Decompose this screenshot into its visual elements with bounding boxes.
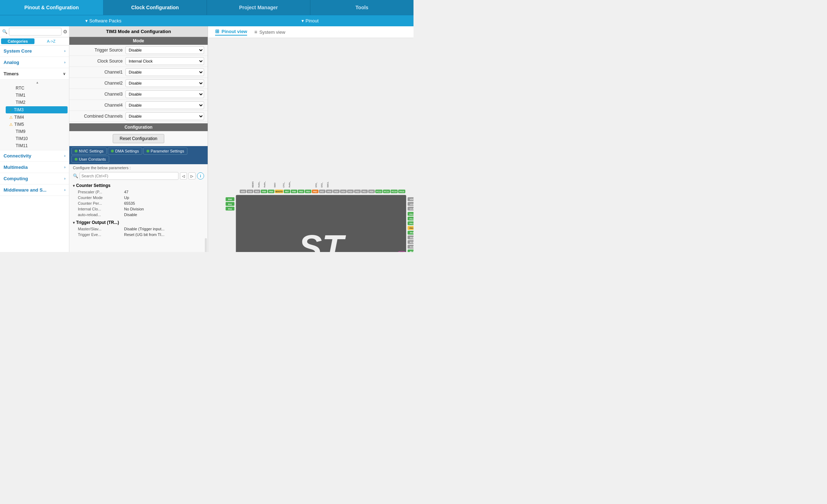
sidebar-sub-item-tim10[interactable]: TIM10 — [6, 135, 69, 142]
counter-period-row: Counter Per... 65535 — [78, 200, 204, 206]
chevron-right-icon: › — [64, 165, 65, 169]
reset-config-button[interactable]: Reset Configuration — [113, 134, 164, 143]
counter-mode-row: Counter Mode Up — [78, 195, 204, 200]
channel1-select[interactable]: Disable — [126, 68, 204, 76]
svg-text:PA9: PA9 — [410, 232, 414, 234]
sidebar-sub-item-tim9[interactable]: TIM9 — [6, 128, 69, 135]
warning-icon: ⚠ — [9, 115, 13, 120]
chevron-down-icon: ∨ — [63, 72, 65, 76]
counter-settings-label: Counter Settings — [76, 183, 111, 188]
nvic-settings-tab[interactable]: NVIC Settings — [71, 148, 107, 155]
secondary-nav-software-packs[interactable]: ▾ Software Packs — [0, 15, 207, 26]
svg-text:PC9: PC9 — [410, 241, 414, 243]
sidebar-item-multimedia[interactable]: Multimedia › — [0, 162, 69, 173]
internal-clock-row: Internal Clo... No Division — [78, 206, 204, 212]
secondary-nav-pinout[interactable]: ▾ Pinout — [207, 15, 414, 26]
system-view-tab[interactable]: ≡ System view — [254, 29, 285, 35]
param-search-input[interactable] — [80, 172, 178, 180]
svg-text:PA11: PA11 — [410, 222, 414, 225]
svg-text:MEMS: MEMS — [252, 181, 254, 187]
trigger-event-row: Trigger Eve... Reset (UG bit from TI... — [78, 232, 204, 237]
trigger-source-select[interactable]: Disable — [126, 46, 204, 54]
channel3-select[interactable]: Disable — [126, 90, 204, 98]
svg-text:PB4: PB4 — [306, 191, 310, 193]
channel4-select[interactable]: Disable — [126, 101, 204, 109]
svg-text:PA0: PA0 — [228, 198, 232, 200]
svg-text:PD5: PD5 — [334, 191, 338, 193]
config-section-title: Configuration — [69, 123, 208, 131]
tab-project-manager[interactable]: Project Manager — [207, 0, 310, 15]
sidebar-item-connectivity[interactable]: Connectivity › — [0, 150, 69, 162]
tab-tools[interactable]: Tools — [310, 0, 414, 15]
param-info-button[interactable]: i — [197, 172, 204, 179]
svg-text:PB8: PB8 — [269, 191, 273, 193]
svg-text:VDD: VDD — [241, 191, 245, 193]
master-slave-row: Master/Slav... Disable (Trigger input... — [78, 226, 204, 232]
gear-icon[interactable]: ⚙ — [63, 28, 68, 35]
svg-text:PA8: PA8 — [410, 237, 414, 239]
svg-text:PE0: PE0 — [255, 191, 259, 193]
sidebar-sub-item-rtc[interactable]: RTC — [6, 85, 69, 92]
clock-source-select[interactable]: Internal Clock — [126, 57, 204, 65]
param-next-button[interactable]: ▷ — [188, 172, 196, 179]
svg-text:PB7: PB7 — [285, 191, 289, 193]
sidebar-sub-item-tim11[interactable]: TIM11 — [6, 142, 69, 149]
param-search-icon: 🔍 — [73, 173, 78, 178]
pinout-area: ⊞ Pinout view ≡ System view MEMS Audio_ — [208, 26, 414, 252]
prescaler-row: Prescaler (P... 47 — [78, 189, 204, 195]
parameter-settings-tab[interactable]: Parameter Settings — [143, 148, 187, 155]
channel4-row: Channel4 Disable — [69, 100, 208, 111]
svg-text:PB6: PB6 — [292, 191, 296, 193]
sidebar-tab-categories[interactable]: Categories — [1, 38, 34, 44]
sidebar-sub-item-tim1[interactable]: TIM1 — [6, 92, 69, 99]
svg-text:VSS: VSS — [410, 203, 414, 205]
svg-text:Audio_: Audio_ — [258, 181, 260, 188]
sidebar-tab-az[interactable]: A->Z — [34, 38, 68, 44]
sidebar-search-input[interactable] — [9, 28, 62, 36]
param-prev-button[interactable]: ◁ — [180, 172, 187, 179]
configure-label: Configure the below parameters : — [69, 164, 208, 171]
param-dot-icon — [146, 150, 149, 152]
channel2-select[interactable]: Disable — [126, 79, 204, 87]
svg-text:VCAP2: VCAP2 — [410, 208, 414, 210]
sidebar-item-timers[interactable]: Timers ∨ — [0, 68, 69, 80]
chevron-right-icon: › — [64, 49, 65, 53]
nvic-dot-icon — [75, 150, 78, 152]
tab-pinout-config[interactable]: Pinout & Configuration — [0, 0, 103, 15]
auto-reload-row: auto-reload... Disable — [78, 212, 204, 218]
trigger-output-tree[interactable]: ▾ Trigger Output (TR...) — [73, 219, 204, 226]
sidebar-sub-item-tim3[interactable]: ✓ TIM3 — [6, 106, 68, 113]
sidebar-item-system-core[interactable]: System Core › — [0, 45, 69, 57]
config-panel: TIM3 Mode and Configuration Mode Trigger… — [69, 26, 208, 252]
trigger-output-label: Trigger Output (TR...) — [76, 220, 119, 225]
svg-text:PD7: PD7 — [320, 191, 324, 193]
svg-text:PC8: PC8 — [410, 246, 414, 248]
user-constants-tab[interactable]: User Constants — [71, 156, 109, 163]
svg-text:VDD: VDD — [410, 198, 414, 200]
trigger-output-arrow: ▾ — [73, 221, 75, 225]
svg-text:PC11: PC11 — [384, 191, 389, 193]
sidebar-item-computing[interactable]: Computing › — [0, 173, 69, 184]
svg-text:PA1: PA1 — [228, 203, 233, 205]
svg-text:PD3: PD3 — [348, 191, 352, 193]
channel3-row: Channel3 Disable — [69, 89, 208, 100]
tab-clock-config[interactable]: Clock Configuration — [103, 0, 207, 15]
dma-settings-tab[interactable]: DMA Settings — [108, 148, 142, 155]
chevron-right-icon: › — [64, 177, 65, 181]
sidebar-sub-item-tim5[interactable]: ⚠ TIM5 — [6, 121, 69, 128]
svg-text:PC7: PC7 — [410, 251, 414, 252]
svg-text:VSS: VSS — [248, 191, 252, 193]
pinout-view-tab[interactable]: ⊞ Pinout view — [215, 28, 247, 36]
combined-channels-select[interactable]: Disable — [126, 112, 204, 120]
sidebar-sub-item-tim2[interactable]: TIM2 — [6, 99, 69, 106]
counter-settings-arrow: ▾ — [73, 184, 75, 188]
svg-text:OTG_: OTG_ — [283, 182, 285, 187]
sidebar: 🔍 ⚙ Categories A->Z System Core › Analog… — [0, 26, 69, 252]
counter-settings-tree[interactable]: ▾ Counter Settings — [73, 182, 204, 189]
sidebar-item-middleware[interactable]: Middleware and S... › — [0, 184, 69, 196]
sidebar-item-analog[interactable]: Analog › — [0, 57, 69, 68]
sidebar-sub-item-tim4[interactable]: ⚠ TIM4 — [6, 114, 69, 121]
svg-text:I2S3_: I2S3_ — [315, 182, 317, 188]
svg-text:PA10: PA10 — [410, 227, 414, 229]
svg-text:ST: ST — [299, 227, 346, 252]
